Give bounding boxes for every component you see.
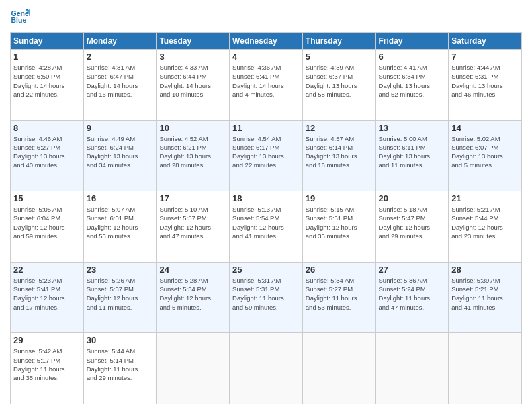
calendar-cell: 27Sunrise: 5:36 AM Sunset: 5:24 PM Dayli… — [375, 262, 449, 333]
day-info: Sunrise: 4:54 AM Sunset: 6:17 PM Dayligh… — [232, 134, 300, 170]
calendar-cell: 3Sunrise: 4:33 AM Sunset: 6:44 PM Daylig… — [157, 50, 230, 121]
page-header: General Blue — [10, 7, 522, 27]
col-header-thursday: Thursday — [302, 33, 375, 50]
calendar-week-row: 8Sunrise: 4:46 AM Sunset: 6:27 PM Daylig… — [11, 120, 522, 191]
day-info: Sunrise: 4:52 AM Sunset: 6:21 PM Dayligh… — [159, 134, 226, 170]
day-number: 21 — [451, 193, 519, 203]
day-info: Sunrise: 5:05 AM Sunset: 6:04 PM Dayligh… — [13, 205, 81, 240]
day-number: 19 — [306, 193, 373, 203]
day-info: Sunrise: 5:36 AM Sunset: 5:24 PM Dayligh… — [379, 276, 446, 312]
day-number: 27 — [379, 265, 446, 275]
day-number: 23 — [87, 265, 154, 275]
col-header-wednesday: Wednesday — [230, 33, 303, 50]
day-number: 13 — [379, 123, 446, 133]
calendar-cell: 11Sunrise: 4:54 AM Sunset: 6:17 PM Dayli… — [230, 120, 303, 191]
calendar-cell: 4Sunrise: 4:36 AM Sunset: 6:41 PM Daylig… — [230, 50, 303, 121]
calendar-cell: 1Sunrise: 4:28 AM Sunset: 6:50 PM Daylig… — [11, 50, 84, 121]
day-number: 2 — [87, 52, 154, 62]
day-info: Sunrise: 5:26 AM Sunset: 5:37 PM Dayligh… — [87, 276, 154, 312]
calendar-cell: 13Sunrise: 5:00 AM Sunset: 6:11 PM Dayli… — [375, 120, 449, 191]
day-number: 28 — [451, 265, 519, 275]
day-info: Sunrise: 5:00 AM Sunset: 6:11 PM Dayligh… — [379, 134, 446, 170]
col-header-friday: Friday — [375, 33, 449, 50]
day-info: Sunrise: 4:49 AM Sunset: 6:24 PM Dayligh… — [87, 134, 154, 170]
day-info: Sunrise: 5:39 AM Sunset: 5:21 PM Dayligh… — [451, 276, 519, 312]
day-number: 26 — [306, 265, 373, 275]
day-number: 5 — [306, 52, 373, 62]
day-number: 29 — [13, 335, 81, 345]
day-info: Sunrise: 4:39 AM Sunset: 6:37 PM Dayligh… — [306, 63, 373, 99]
calendar-cell — [230, 333, 303, 404]
svg-text:Blue: Blue — [11, 16, 27, 24]
calendar-cell: 26Sunrise: 5:34 AM Sunset: 5:27 PM Dayli… — [302, 262, 375, 333]
day-info: Sunrise: 5:34 AM Sunset: 5:27 PM Dayligh… — [306, 276, 373, 312]
calendar-cell: 5Sunrise: 4:39 AM Sunset: 6:37 PM Daylig… — [302, 50, 375, 121]
header-row: SundayMondayTuesdayWednesdayThursdayFrid… — [11, 33, 522, 50]
logo-icon: General Blue — [10, 7, 30, 27]
day-number: 1 — [13, 52, 81, 62]
calendar-cell: 30Sunrise: 5:44 AM Sunset: 5:14 PM Dayli… — [83, 333, 157, 404]
calendar-cell: 19Sunrise: 5:15 AM Sunset: 5:51 PM Dayli… — [302, 191, 375, 263]
day-number: 3 — [159, 52, 226, 62]
calendar-cell: 25Sunrise: 5:31 AM Sunset: 5:31 PM Dayli… — [230, 262, 303, 333]
day-number: 7 — [451, 52, 519, 62]
calendar-cell: 29Sunrise: 5:42 AM Sunset: 5:17 PM Dayli… — [11, 333, 84, 404]
calendar-cell: 16Sunrise: 5:07 AM Sunset: 6:01 PM Dayli… — [83, 191, 157, 263]
day-info: Sunrise: 5:10 AM Sunset: 5:57 PM Dayligh… — [159, 205, 226, 240]
day-info: Sunrise: 5:42 AM Sunset: 5:17 PM Dayligh… — [13, 347, 81, 382]
day-number: 10 — [159, 123, 226, 133]
calendar-cell — [449, 333, 522, 404]
day-number: 22 — [13, 265, 81, 275]
calendar-cell: 24Sunrise: 5:28 AM Sunset: 5:34 PM Dayli… — [157, 262, 230, 333]
day-info: Sunrise: 5:07 AM Sunset: 6:01 PM Dayligh… — [87, 205, 154, 240]
day-info: Sunrise: 5:21 AM Sunset: 5:44 PM Dayligh… — [451, 205, 519, 240]
col-header-sunday: Sunday — [11, 33, 84, 50]
day-info: Sunrise: 4:57 AM Sunset: 6:14 PM Dayligh… — [306, 134, 373, 170]
day-number: 24 — [159, 265, 226, 275]
calendar-cell: 9Sunrise: 4:49 AM Sunset: 6:24 PM Daylig… — [83, 120, 157, 191]
day-info: Sunrise: 5:44 AM Sunset: 5:14 PM Dayligh… — [87, 347, 154, 382]
calendar-cell: 10Sunrise: 4:52 AM Sunset: 6:21 PM Dayli… — [157, 120, 230, 191]
calendar-cell: 28Sunrise: 5:39 AM Sunset: 5:21 PM Dayli… — [449, 262, 522, 333]
day-number: 15 — [13, 193, 81, 203]
calendar-cell — [157, 333, 230, 404]
day-info: Sunrise: 4:46 AM Sunset: 6:27 PM Dayligh… — [13, 134, 81, 170]
day-info: Sunrise: 5:15 AM Sunset: 5:51 PM Dayligh… — [306, 205, 373, 240]
day-info: Sunrise: 5:28 AM Sunset: 5:34 PM Dayligh… — [159, 276, 226, 312]
calendar-cell: 23Sunrise: 5:26 AM Sunset: 5:37 PM Dayli… — [83, 262, 157, 333]
day-info: Sunrise: 5:31 AM Sunset: 5:31 PM Dayligh… — [232, 276, 300, 312]
day-number: 16 — [87, 193, 154, 203]
col-header-tuesday: Tuesday — [157, 33, 230, 50]
calendar-cell: 21Sunrise: 5:21 AM Sunset: 5:44 PM Dayli… — [449, 191, 522, 263]
calendar-cell: 12Sunrise: 4:57 AM Sunset: 6:14 PM Dayli… — [302, 120, 375, 191]
day-number: 4 — [232, 52, 300, 62]
day-number: 18 — [232, 193, 300, 203]
logo: General Blue — [10, 7, 30, 27]
calendar-cell: 6Sunrise: 4:41 AM Sunset: 6:34 PM Daylig… — [375, 50, 449, 121]
day-info: Sunrise: 4:28 AM Sunset: 6:50 PM Dayligh… — [13, 63, 81, 99]
calendar-cell: 7Sunrise: 4:44 AM Sunset: 6:31 PM Daylig… — [449, 50, 522, 121]
calendar-cell: 17Sunrise: 5:10 AM Sunset: 5:57 PM Dayli… — [157, 191, 230, 263]
day-number: 11 — [232, 123, 300, 133]
calendar-cell: 8Sunrise: 4:46 AM Sunset: 6:27 PM Daylig… — [11, 120, 84, 191]
col-header-monday: Monday — [83, 33, 157, 50]
day-number: 8 — [13, 123, 81, 133]
calendar-cell: 18Sunrise: 5:13 AM Sunset: 5:54 PM Dayli… — [230, 191, 303, 263]
day-info: Sunrise: 5:18 AM Sunset: 5:47 PM Dayligh… — [379, 205, 446, 240]
calendar-cell: 14Sunrise: 5:02 AM Sunset: 6:07 PM Dayli… — [449, 120, 522, 191]
calendar-week-row: 29Sunrise: 5:42 AM Sunset: 5:17 PM Dayli… — [11, 333, 522, 404]
calendar-week-row: 1Sunrise: 4:28 AM Sunset: 6:50 PM Daylig… — [11, 50, 522, 121]
day-info: Sunrise: 4:36 AM Sunset: 6:41 PM Dayligh… — [232, 63, 300, 99]
calendar-cell — [375, 333, 449, 404]
day-number: 30 — [87, 335, 154, 345]
day-info: Sunrise: 4:44 AM Sunset: 6:31 PM Dayligh… — [451, 63, 519, 99]
day-number: 17 — [159, 193, 226, 203]
calendar-cell — [302, 333, 375, 404]
day-info: Sunrise: 4:41 AM Sunset: 6:34 PM Dayligh… — [379, 63, 446, 99]
day-number: 9 — [87, 123, 154, 133]
day-number: 25 — [232, 265, 300, 275]
day-info: Sunrise: 4:33 AM Sunset: 6:44 PM Dayligh… — [159, 63, 226, 99]
day-number: 14 — [451, 123, 519, 133]
calendar-cell: 20Sunrise: 5:18 AM Sunset: 5:47 PM Dayli… — [375, 191, 449, 263]
col-header-saturday: Saturday — [449, 33, 522, 50]
